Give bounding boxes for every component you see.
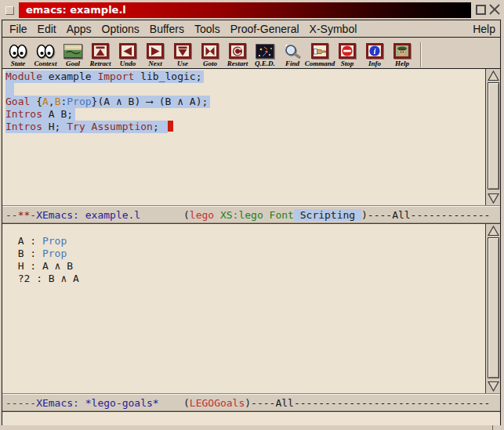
menu-item-apps[interactable]: Apps xyxy=(67,23,92,35)
close-icon[interactable] xyxy=(488,3,501,16)
restart-icon xyxy=(229,42,246,60)
goals-buffer[interactable]: A : Prop B : Prop H : A ∧ B ?2 : B ∧ A xyxy=(2,224,485,394)
modeline-segment: XS:lego xyxy=(220,209,263,221)
toolbar-button-undo[interactable]: Undo xyxy=(114,40,141,67)
window-menu-button[interactable] xyxy=(5,6,14,15)
scroll-down-icon[interactable] xyxy=(488,193,499,204)
modeline-segment: LEGOGoals xyxy=(190,397,245,409)
eyes-icon xyxy=(36,42,55,60)
buffer-line: Goal {A,B:Prop}(A ∧ B) ⟶ (B ∧ A); xyxy=(5,96,485,108)
toolbar-button-label: State xyxy=(11,60,26,67)
modeline-segment xyxy=(140,209,183,221)
window-frame: emacs: example.l FileEditAppsOptionsBuff… xyxy=(0,0,504,430)
find-icon xyxy=(283,42,302,60)
toolbar-button-label: Q.E.D. xyxy=(255,60,275,67)
toolbar-button-label: Restart xyxy=(227,60,248,67)
menu-item-file[interactable]: File xyxy=(9,23,27,35)
scroll-up-icon[interactable] xyxy=(488,70,499,81)
next-icon xyxy=(147,42,164,60)
script-buffer[interactable]: Module example Import lib_logic; Goal {A… xyxy=(2,69,485,206)
help-picture-icon xyxy=(393,42,411,60)
toolbar-button-label: Find xyxy=(285,60,299,67)
modeline-segment: Font xyxy=(270,209,294,221)
toolbar-button-qed[interactable]: Q.E.D. xyxy=(252,40,278,67)
menu-item-proof-general[interactable]: Proof-General xyxy=(230,23,299,35)
modeline-segment xyxy=(263,209,270,221)
modeline-segment: ----- xyxy=(5,397,36,409)
buffer-line xyxy=(5,83,485,96)
toolbar-button-find[interactable]: Find xyxy=(279,40,306,67)
goal-picture-icon xyxy=(63,42,82,60)
title-bar: emacs: example.l xyxy=(0,0,504,20)
buffer-line: B : Prop xyxy=(5,248,485,260)
menu-item-x-symbol[interactable]: X-Symbol xyxy=(310,23,357,35)
modeline-goals-buffer: -----XEmacs: *lego-goals* (LEGOGoals)---… xyxy=(2,394,500,412)
buffer-line: Module example Import lib_logic; xyxy=(5,70,485,83)
toolbar-button-label: Command xyxy=(305,60,335,67)
toolbar-button-label: Stop xyxy=(341,60,354,67)
buffer-line: Intros H; Try Assumption; xyxy=(5,121,485,133)
buffer-line: ?2 : B ∧ A xyxy=(5,273,485,285)
info-icon: i xyxy=(366,42,383,60)
goto-icon xyxy=(201,42,219,60)
window-title[interactable]: emacs: example.l xyxy=(19,2,471,18)
toolbar-button-label: Context xyxy=(34,60,56,67)
locked-region: Intros H; Try Assumption; xyxy=(5,121,168,133)
toolbar-button-state[interactable]: State xyxy=(5,40,31,67)
retract-icon xyxy=(92,42,109,60)
eyes-icon xyxy=(9,42,27,60)
buffer-line: A : Prop xyxy=(5,235,485,248)
scrollbar-thumb[interactable] xyxy=(488,237,499,378)
use-icon xyxy=(174,42,191,60)
locked-region: Goal {A,B:Prop}(A ∧ B) ⟶ (B ∧ A); xyxy=(5,96,210,108)
modeline-script-buffer: --**-XEmacs: example.l (lego XS:lego Fon… xyxy=(2,206,500,224)
toolbar-button-context[interactable]: Context xyxy=(32,40,59,67)
menu-item-options[interactable]: Options xyxy=(102,23,140,35)
locked-region: Module example Import lib_logic; xyxy=(5,70,204,83)
scroll-down-icon[interactable] xyxy=(488,381,499,392)
modeline-segment: ) xyxy=(361,209,368,221)
toolbar-button-command[interactable]: Command xyxy=(306,40,333,67)
scroll-up-icon[interactable] xyxy=(488,226,499,237)
minibuffer[interactable] xyxy=(2,412,500,425)
toolbar-button-label: Goal xyxy=(66,60,80,67)
toolbar-button-goto[interactable]: Goto xyxy=(197,40,223,67)
modeline-segment xyxy=(159,397,183,409)
modeline-segment: XEmacs: *lego-goals* xyxy=(36,397,159,409)
toolbar-button-label: Info xyxy=(368,60,381,67)
toolbar: StateContextGoalRetractUndoNextUseGotoRe… xyxy=(2,38,500,69)
script-scrollbar[interactable] xyxy=(485,69,500,206)
menu-item-tools[interactable]: Tools xyxy=(194,23,220,35)
toolbar-button-retract[interactable]: Retract xyxy=(87,40,114,67)
qed-picture-icon xyxy=(256,42,274,60)
scrollbar-thumb[interactable] xyxy=(488,82,499,190)
menu-item-help[interactable]: Help xyxy=(473,23,495,35)
command-icon xyxy=(311,42,328,60)
toolbar-button-next[interactable]: Next xyxy=(142,40,169,67)
toolbar-button-stop[interactable]: Stop xyxy=(334,40,361,67)
buffer-line: Intros A B; xyxy=(5,108,485,121)
toolbar-button-restart[interactable]: Restart xyxy=(224,40,251,67)
maximize-button[interactable] xyxy=(476,5,486,15)
toolbar-button-label: Use xyxy=(177,60,188,67)
modeline-segment: --**- xyxy=(5,209,36,221)
locked-region: Intros A B; xyxy=(5,108,75,121)
toolbar-button-label: Next xyxy=(148,60,162,67)
menu-item-buffers[interactable]: Buffers xyxy=(150,23,184,35)
toolbar-button-label: Retract xyxy=(90,60,111,67)
toolbar-button-use[interactable]: Use xyxy=(169,40,196,67)
modeline-segment: Scripting xyxy=(294,209,361,221)
modeline-segment: ) xyxy=(245,397,251,409)
menu-item-edit[interactable]: Edit xyxy=(38,23,56,35)
toolbar-button-label: Help xyxy=(395,60,409,67)
stop-icon xyxy=(339,42,356,60)
toolbar-button-label: Goto xyxy=(203,60,217,67)
modeline-segment: ----All------------- xyxy=(368,209,491,221)
toolbar-button-info[interactable]: iInfo xyxy=(361,40,388,67)
toolbar-button-help[interactable]: Help xyxy=(389,40,415,67)
goals-scrollbar[interactable] xyxy=(485,224,500,394)
buffer-line: H : A ∧ B xyxy=(5,260,485,273)
toolbar-button-goal[interactable]: Goal xyxy=(60,40,86,67)
menu-bar: FileEditAppsOptionsBuffersToolsProof-Gen… xyxy=(2,20,500,38)
resize-grip[interactable] xyxy=(492,425,503,430)
